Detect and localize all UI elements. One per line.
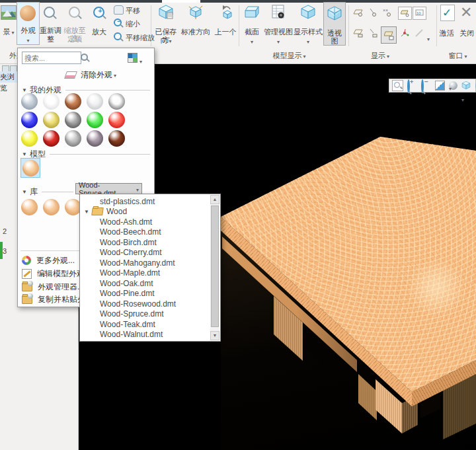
scrollbar-thumb[interactable] — [211, 206, 219, 327]
refit-label2: 整 — [40, 35, 61, 43]
render-style-icon[interactable] — [449, 81, 457, 90]
close-window-button[interactable]: ✕ 关闭 — [457, 3, 476, 44]
dropdown-item[interactable]: Wood-Spruce.dmt — [80, 309, 210, 320]
dropdown-item-label: Wood-Rosewood.dmt — [100, 299, 176, 309]
appearance-swatch[interactable] — [21, 199, 38, 215]
zoom-in-icon: + — [93, 7, 104, 18]
dropdown-item[interactable]: std-plastics.dmt — [80, 196, 210, 207]
dropdown-item[interactable]: Wood-Walnut.dmt — [80, 330, 210, 340]
dropdown-item[interactable]: Wood-Cherry.dmt — [80, 248, 210, 258]
standard-orientation-button[interactable]: 标准方向 — [180, 3, 212, 45]
scroll-up-button[interactable]: ▲ — [210, 195, 219, 204]
manage-views-label: 管理视图 — [264, 28, 293, 36]
refit-button[interactable]: 重新调 整 — [40, 3, 61, 44]
gallery-view-icon[interactable] — [128, 53, 138, 63]
appearance-swatch[interactable] — [43, 130, 60, 147]
dropdown-item[interactable]: Wood-Rosewood.dmt — [80, 299, 210, 309]
model-appearance-selected[interactable] — [20, 158, 40, 178]
appearance-swatch[interactable] — [87, 130, 103, 147]
group-label-display[interactable]: 显示 — [360, 51, 400, 61]
appearance-button[interactable]: 外观 — [17, 2, 40, 45]
pan-button[interactable]: 平移 — [114, 5, 152, 15]
dropdown-item[interactable]: Wood-Maple.dmt — [80, 268, 210, 279]
zoom-out-button[interactable]: − 缩小 — [114, 19, 152, 28]
display-style-dropdown-arrow — [294, 37, 323, 46]
dropdown-item[interactable]: Wood-Birch.dmt — [80, 237, 210, 248]
section-library-label: 库 — [30, 186, 38, 198]
manage-views-button[interactable]: 管理视图 — [264, 3, 293, 45]
previous-view-button[interactable]: 上一个 — [213, 3, 238, 45]
appearance-swatch[interactable] — [43, 112, 60, 128]
expand-arrow-icon[interactable] — [84, 209, 89, 215]
display-style-button[interactable]: 显示样式 — [294, 3, 323, 45]
group-label-window[interactable]: 窗口 — [440, 51, 476, 61]
appearance-sphere-icon — [20, 5, 36, 21]
library-file-dropdown[interactable]: Wood-Spruce.dmt — [75, 183, 142, 194]
plane-display-toggle[interactable] — [353, 7, 364, 18]
zoom-in-icon[interactable]: + — [407, 81, 417, 91]
appearance-manager-label: 外观管理器... — [38, 281, 84, 293]
csys-display-toggle[interactable] — [398, 7, 412, 20]
dropdown-item[interactable]: Wood — [80, 207, 210, 217]
zoom-in-button[interactable]: + 放大 — [88, 3, 110, 44]
activate-button[interactable]: 激活 — [438, 3, 456, 44]
dropdown-item[interactable]: Wood-Oak.dmt — [80, 278, 210, 289]
appearance-swatch[interactable] — [21, 112, 38, 128]
appearance-swatch[interactable] — [43, 93, 60, 110]
zoom-to-selected-button: 缩放至选 定项 — [63, 3, 87, 44]
section-library[interactable]: 库 — [22, 186, 73, 198]
scene-button[interactable]: 景 — [0, 3, 17, 45]
csys-tag-display-toggle[interactable] — [381, 26, 397, 44]
close-window-label: 关闭 — [457, 29, 476, 37]
section-model[interactable]: 模型 — [22, 149, 150, 160]
tree-item[interactable]: 3 — [3, 247, 7, 255]
clear-appearance-button[interactable]: 清除外观 — [65, 69, 116, 81]
clear-appearance-label: 清除外观 — [81, 69, 116, 81]
axis-display-toggle[interactable] — [368, 7, 378, 18]
tree-item[interactable]: 2 — [3, 227, 7, 235]
perspective-button[interactable]: 透视图 — [323, 2, 346, 46]
appearance-swatch[interactable] — [108, 112, 125, 128]
refit-icon[interactable] — [392, 80, 403, 91]
display-style-icon[interactable] — [461, 81, 471, 91]
search-input[interactable] — [22, 52, 81, 64]
plane-tag-display-toggle[interactable] — [353, 28, 364, 38]
appearance-swatch[interactable] — [21, 93, 38, 110]
dropdown-item-label: Wood-Maple.dmt — [100, 268, 160, 278]
folder-browser-tab[interactable]: 夹浏览 — [0, 71, 19, 83]
point-display-toggle[interactable]: ×× — [382, 7, 393, 18]
dropdown-item[interactable]: Wood-Teak.dmt — [80, 319, 210, 330]
appearance-swatch[interactable] — [43, 199, 60, 215]
dropdown-item[interactable]: Wood-Pine.dmt — [80, 289, 210, 299]
appearance-swatch[interactable] — [22, 160, 39, 176]
repaint-icon[interactable] — [435, 81, 445, 91]
saved-orientations-button[interactable]: 已保存方 向 — [153, 3, 178, 45]
appearance-swatch[interactable] — [108, 93, 125, 110]
section-button[interactable]: 截面 — [241, 3, 263, 45]
dropdown-item-label: Wood-Pine.dmt — [100, 289, 154, 298]
dropdown-item[interactable]: Wood-Mahogany.dmt — [80, 258, 210, 268]
section-icon — [244, 4, 260, 20]
appearance-swatch[interactable] — [87, 93, 103, 110]
appearance-swatch[interactable] — [65, 112, 81, 128]
appearance-swatch[interactable] — [21, 130, 38, 147]
dropdown-item[interactable]: Wood-Beech.dmt — [80, 227, 210, 238]
appearance-swatch[interactable] — [108, 130, 125, 147]
appearance-swatch[interactable] — [87, 112, 103, 128]
appearance-swatch[interactable] — [65, 93, 81, 110]
group-label-model-display[interactable]: 模型显示 — [258, 51, 321, 61]
annotation-display-toggle[interactable]: 10 — [413, 7, 426, 20]
display-more-arrow[interactable] — [427, 32, 430, 44]
appearance-swatch[interactable] — [65, 130, 81, 147]
dropdown-item[interactable]: Wood-Ash.dmt — [80, 217, 210, 227]
zoom-out-icon[interactable]: − — [421, 81, 431, 91]
search-icon[interactable] — [81, 54, 88, 61]
scroll-down-button[interactable]: ▼ — [210, 331, 219, 340]
folder-icon — [91, 207, 104, 215]
pan-zoom-button[interactable]: 平移缩放 — [114, 32, 155, 42]
axis-tag-display-toggle[interactable] — [368, 28, 378, 38]
axes-color-toggle[interactable] — [399, 28, 410, 38]
gallery-view-arrow[interactable] — [139, 54, 142, 66]
scrollbar[interactable]: ▲ ▼ — [210, 195, 219, 340]
dropdown-item-label: Wood-Ash.dmt — [100, 217, 152, 227]
